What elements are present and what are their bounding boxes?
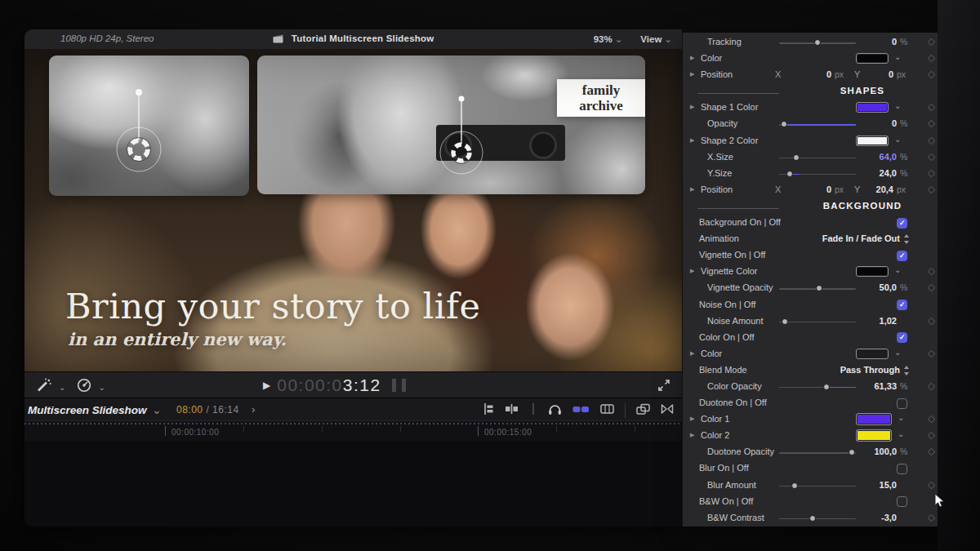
keyframe-diamond-icon[interactable] — [928, 432, 936, 440]
param-value[interactable]: 61,33 — [836, 381, 897, 391]
disclosure-triangle-icon[interactable]: ▶ — [690, 415, 694, 422]
next-project-arrow[interactable]: › — [252, 403, 255, 415]
param-unit: % — [900, 152, 907, 162]
title-overlay-subline: in an entirely new way. — [68, 329, 287, 349]
retime-icon[interactable] — [77, 378, 91, 396]
param-value[interactable]: 0 — [836, 37, 897, 47]
bw-checkbox[interactable] — [897, 496, 907, 507]
keyframe-diamond-icon[interactable] — [928, 415, 936, 424]
audio-skimming-headphones-icon[interactable] — [548, 403, 562, 419]
chevron-down-icon[interactable]: ⌄ — [894, 101, 901, 110]
color-checkbox[interactable] — [897, 332, 907, 343]
keyframe-diamond-icon[interactable] — [928, 284, 936, 292]
chevron-down-icon[interactable]: ⌄ — [898, 429, 904, 438]
color-swatch[interactable] — [856, 136, 889, 146]
color-swatch[interactable] — [856, 266, 889, 277]
keyframe-diamond-icon[interactable] — [928, 349, 936, 358]
skimmer-icon[interactable] — [529, 402, 537, 419]
keyframe-diamond-icon[interactable] — [928, 481, 936, 489]
disclosure-triangle-icon[interactable]: ▶ — [690, 350, 694, 357]
disclosure-triangle-icon[interactable]: ▶ — [690, 104, 694, 110]
chevron-down-icon[interactable]: ⌄ — [894, 265, 901, 274]
keyframe-diamond-icon[interactable] — [928, 120, 936, 128]
color-swatch[interactable] — [856, 429, 892, 442]
disclosure-triangle-icon[interactable]: ▶ — [690, 55, 694, 61]
param-label: Noise Amount — [707, 316, 763, 326]
keyframe-diamond-icon[interactable] — [928, 185, 936, 193]
effects-browser-icon[interactable] — [636, 403, 650, 419]
vignette-checkbox[interactable] — [897, 251, 907, 261]
keyframe-diamond-icon[interactable] — [928, 104, 936, 112]
color-swatch[interactable] — [856, 349, 889, 359]
insert-edit-icon[interactable] — [505, 402, 519, 419]
chevron-down-icon[interactable]: ⌄ — [894, 52, 901, 61]
disclosure-triangle-icon[interactable]: ▶ — [690, 137, 694, 144]
inspector-row-position: ▶ Position X 0 px Y 0 px — [683, 67, 938, 83]
keyframe-diamond-icon[interactable] — [928, 448, 936, 456]
x-value[interactable]: 0 — [797, 69, 831, 79]
disclosure-triangle-icon[interactable]: ▶ — [690, 268, 694, 274]
duotone-checkbox[interactable] — [897, 398, 907, 409]
timeline-project-menu[interactable]: Multiscreen Slideshow ⌄ — [28, 403, 162, 416]
keyframe-diamond-icon[interactable] — [928, 268, 936, 276]
chevron-down-icon[interactable]: ⌄ — [59, 383, 65, 392]
param-value[interactable]: 24,0 — [836, 168, 897, 178]
clip-appearance-icon[interactable] — [600, 403, 614, 418]
x-value[interactable]: 0 — [797, 184, 831, 194]
timeline-track-area[interactable] — [24, 441, 682, 527]
keyframe-diamond-icon[interactable] — [928, 317, 936, 325]
noise-checkbox[interactable] — [897, 300, 907, 310]
keyframe-diamond-icon[interactable] — [928, 71, 936, 79]
param-value[interactable]: 64,0 — [836, 152, 897, 162]
background-checkbox[interactable] — [897, 218, 907, 229]
disclosure-triangle-icon[interactable]: ▶ — [690, 432, 694, 438]
keyframe-diamond-icon[interactable] — [928, 513, 936, 522]
param-value[interactable]: 1,02 — [836, 316, 897, 326]
color-swatch[interactable] — [856, 53, 889, 64]
param-value[interactable]: 15,0 — [836, 480, 897, 490]
keyframe-diamond-icon[interactable] — [928, 153, 936, 161]
chevron-down-icon[interactable]: ⌄ — [894, 348, 901, 357]
param-label: Color — [701, 349, 722, 358]
keyframe-diamond-icon[interactable] — [928, 383, 936, 391]
blur-checkbox[interactable] — [897, 464, 907, 474]
param-label: Position — [701, 69, 733, 79]
keyframe-diamond-icon[interactable] — [928, 169, 936, 177]
trim-tool-icon[interactable] — [480, 402, 494, 419]
chevron-down-icon[interactable]: ⌄ — [894, 135, 901, 144]
inspector-row-duotone-color1: ▶ Color 1 ⌄ — [683, 411, 938, 428]
param-value[interactable]: 0 — [836, 118, 897, 128]
transitions-browser-icon[interactable] — [661, 403, 674, 418]
expand-fullscreen-icon[interactable] — [657, 379, 670, 395]
play-button[interactable]: ▶ — [263, 380, 270, 391]
param-value[interactable]: -3,0 — [836, 513, 897, 522]
multiscreen-panel-2: family archive — [257, 56, 645, 194]
color-swatch[interactable] — [856, 413, 892, 425]
mouse-cursor — [932, 493, 947, 513]
param-unit: % — [900, 282, 907, 292]
chevron-down-icon[interactable]: ⌄ — [898, 413, 904, 422]
popup-updown-icon[interactable] — [903, 234, 910, 244]
y-value[interactable]: 20,4 — [859, 184, 893, 194]
timeline-ruler[interactable]: 00:00:10:00 00:00:15:00 — [24, 420, 682, 441]
solo-clips-icon[interactable] — [572, 403, 590, 418]
enhancements-wand-icon[interactable] — [36, 378, 52, 396]
y-value[interactable]: 0 — [859, 69, 893, 79]
zoom-level-menu[interactable]: 93%⌄ — [594, 33, 623, 45]
color-swatch[interactable] — [856, 102, 889, 113]
inspector-row-color-opacity: Color Opacity 61,33 % — [683, 379, 938, 395]
chevron-down-icon[interactable]: ⌄ — [98, 383, 105, 392]
disclosure-triangle-icon[interactable]: ▶ — [690, 186, 694, 193]
keyframe-diamond-icon[interactable] — [928, 136, 936, 144]
param-value[interactable]: 100,0 — [836, 447, 897, 456]
animation-popup[interactable]: Fade In / Fade Out — [732, 233, 900, 243]
blend-mode-popup[interactable]: Pass Through — [732, 365, 900, 375]
keyframe-diamond-icon[interactable] — [928, 38, 936, 47]
keyframe-diamond-icon[interactable] — [928, 55, 936, 63]
param-unit: % — [900, 447, 907, 456]
disclosure-triangle-icon[interactable]: ▶ — [690, 71, 694, 78]
view-menu[interactable]: View⌄ — [640, 33, 672, 45]
popup-updown-icon[interactable] — [903, 366, 910, 375]
param-value[interactable]: 50,0 — [836, 282, 897, 292]
section-divider — [697, 93, 779, 94]
